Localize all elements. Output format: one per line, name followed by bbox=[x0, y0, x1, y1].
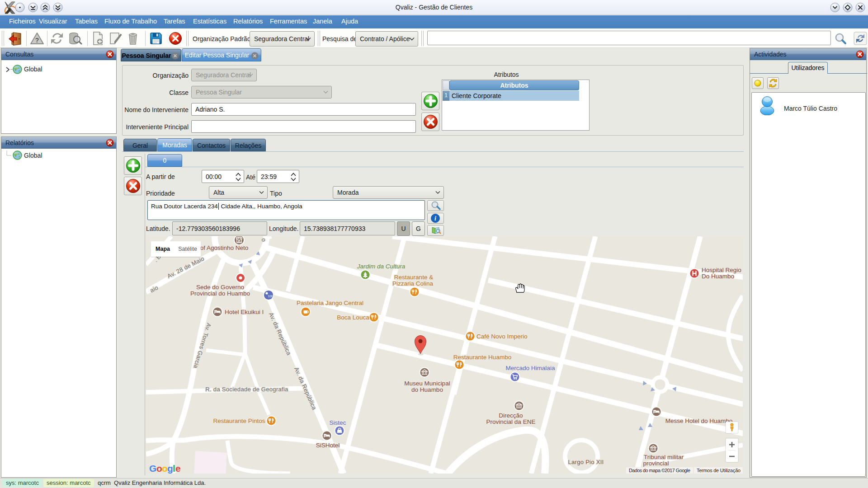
svg-text:Mapa: Mapa bbox=[156, 246, 170, 252]
svg-text:Direcção: Direcção bbox=[499, 412, 523, 419]
svg-text:Provincial do Huambo: Provincial do Huambo bbox=[190, 290, 250, 297]
svg-text:Largo Pio XII: Largo Pio XII bbox=[568, 459, 604, 465]
svg-text:Sede do Governo: Sede do Governo bbox=[196, 284, 244, 291]
svg-text:G: G bbox=[149, 463, 156, 474]
svg-text:SiSHotel: SiSHotel bbox=[316, 442, 340, 449]
svg-text:Tribunal militar: Tribunal militar bbox=[644, 454, 684, 460]
svg-text:Pizzaria Colina: Pizzaria Colina bbox=[392, 280, 434, 287]
svg-text:?: ? bbox=[35, 37, 39, 44]
svg-text:Pastelaria Jango Central: Pastelaria Jango Central bbox=[297, 300, 363, 306]
svg-text:do Huambo: do Huambo bbox=[411, 386, 443, 393]
svg-text:Sistec: Sistec bbox=[330, 419, 346, 426]
svg-text:Do Huambo: Do Huambo bbox=[702, 273, 734, 280]
svg-text:Provincial da ENE: Provincial da ENE bbox=[486, 418, 536, 425]
svg-text:100: 100 bbox=[268, 295, 273, 298]
svg-text:i: i bbox=[434, 215, 436, 222]
svg-text:Café Novo Imperio: Café Novo Imperio bbox=[476, 333, 528, 340]
svg-text:Restaurante Huambo: Restaurante Huambo bbox=[453, 354, 511, 361]
svg-text:g: g bbox=[167, 463, 173, 474]
svg-text:Boca Louca: Boca Louca bbox=[337, 314, 369, 321]
svg-text:Restaurante Pintos: Restaurante Pintos bbox=[213, 418, 265, 424]
svg-text:Hospital Regio: Hospital Regio bbox=[702, 267, 741, 273]
svg-text:Restaurante &: Restaurante & bbox=[394, 274, 433, 281]
svg-text:Hotel Ekuikui I: Hotel Ekuikui I bbox=[225, 309, 264, 315]
svg-text:Messe Hotel do Huambo: Messe Hotel do Huambo bbox=[665, 418, 733, 424]
svg-text:Satélite: Satélite bbox=[178, 246, 197, 252]
svg-text:Dados do mapa ©2017 Google: Dados do mapa ©2017 Google bbox=[629, 468, 690, 473]
svg-text:o: o bbox=[162, 463, 168, 474]
svg-text:o: o bbox=[156, 463, 162, 474]
svg-text:Museu Municipal: Museu Municipal bbox=[404, 380, 450, 387]
svg-text:l: l bbox=[173, 463, 175, 474]
svg-text:e: e bbox=[175, 463, 181, 474]
svg-text:Mercado Himalaia: Mercado Himalaia bbox=[506, 365, 555, 371]
svg-text:Jardim da Cultura: Jardim da Cultura bbox=[357, 263, 406, 270]
svg-text:of Agostinho Neto: of Agostinho Neto bbox=[200, 244, 249, 251]
svg-text:provincial: provincial bbox=[643, 460, 669, 467]
svg-text:Termos de Utilização: Termos de Utilização bbox=[697, 468, 741, 473]
svg-text:R. da Sociedade de Geografia: R. da Sociedade de Geografia bbox=[205, 386, 288, 393]
